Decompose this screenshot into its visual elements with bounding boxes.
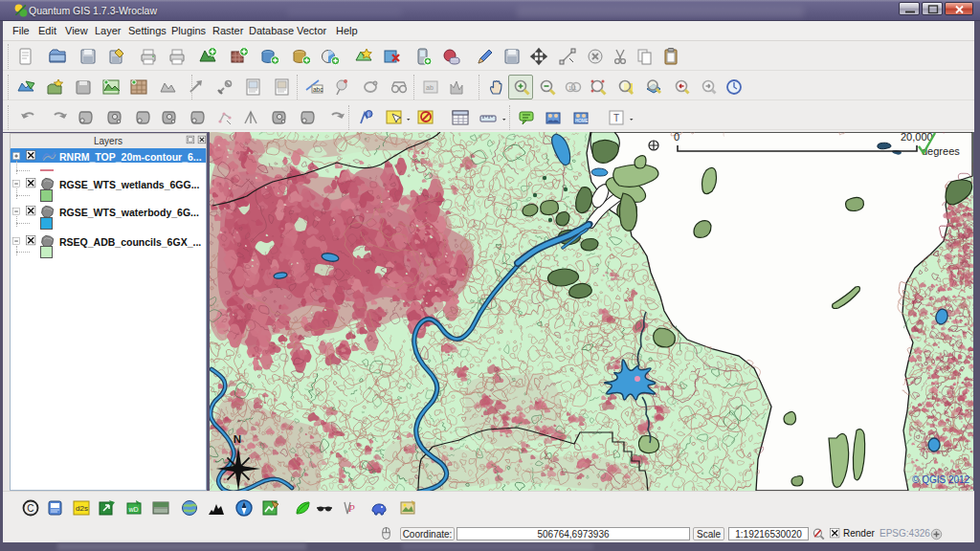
svg-text:abc: abc [313,86,323,93]
svg-text:P: P [347,502,355,514]
svg-text:T: T [613,113,619,123]
svg-text:1:1: 1:1 [568,85,577,91]
svg-text:C: C [27,503,33,514]
svg-text:N: N [234,433,241,445]
svg-text:d2s: d2s [76,504,88,513]
svg-text:HOME: HOME [575,119,589,123]
svg-text:20,000: 20,000 [901,132,933,143]
svg-text:ab: ab [426,84,434,91]
svg-text:© QGIS 2012: © QGIS 2012 [912,474,970,485]
svg-text:wD: wD [127,506,138,513]
svg-text:0: 0 [674,132,679,143]
